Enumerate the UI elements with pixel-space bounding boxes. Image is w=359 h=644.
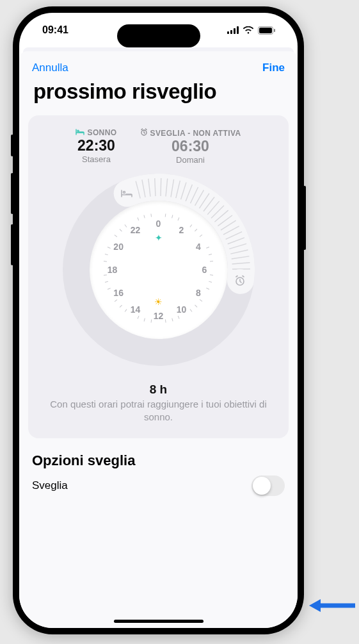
bedtime-sub: Stasera: [76, 154, 116, 164]
cancel-button[interactable]: Annulla: [32, 62, 68, 74]
side-button: [11, 135, 13, 156]
duration-block: 8 h Con questi orari potrai raggiungere …: [37, 383, 280, 423]
wake-handle[interactable]: [228, 269, 251, 292]
svg-rect-1: [230, 30, 232, 34]
hour-label: 10: [177, 304, 187, 315]
bedtime-label: SONNO: [87, 128, 116, 137]
status-time: 09:41: [42, 24, 68, 36]
alarm-icon: [140, 128, 148, 138]
sleep-dial[interactable]: 0246810121416182022✦☀: [63, 174, 255, 366]
volume-down-button: [11, 224, 13, 265]
wifi-icon: [243, 26, 254, 34]
duration-text: Con questi orari potrai raggiungere i tu…: [37, 397, 280, 423]
sun-icon: ☀: [154, 297, 163, 307]
screen: 09:41 Annulla Fine prossimo risveglio: [19, 13, 298, 628]
hour-label: 4: [196, 242, 201, 252]
hour-label: 6: [202, 265, 207, 275]
battery-icon: [258, 26, 276, 35]
wake-block: SVEGLIA - NON ATTIVA 06:30 Domani: [140, 128, 241, 165]
svg-marker-39: [309, 599, 321, 612]
hour-label: 0: [156, 219, 161, 229]
options-title: Opzioni sveglia: [19, 438, 298, 473]
volume-up-button: [11, 173, 13, 214]
wake-label: SVEGLIA - NON ATTIVA: [150, 129, 241, 138]
stars-icon: ✦: [155, 233, 163, 243]
svg-rect-3: [237, 26, 239, 34]
dynamic-island: [117, 24, 200, 47]
alarm-toggle[interactable]: [251, 475, 285, 496]
svg-rect-0: [227, 31, 229, 34]
schedule-card: SONNO 22:30 Stasera SVEGLIA - NON ATTIVA…: [28, 115, 289, 438]
svg-rect-5: [259, 28, 272, 33]
hour-label: 20: [113, 242, 124, 252]
wake-sub: Domani: [140, 155, 241, 165]
hour-label: 18: [108, 265, 118, 275]
sheet: Annulla Fine prossimo risveglio SONNO 22…: [19, 51, 298, 628]
hour-label: 12: [154, 311, 164, 321]
hour-label: 22: [131, 225, 141, 235]
home-indicator[interactable]: [114, 620, 203, 623]
phone-frame: 09:41 Annulla Fine prossimo risveglio: [13, 6, 304, 634]
bedtime-handle[interactable]: [115, 182, 138, 205]
bedtime-value: 22:30: [76, 137, 116, 154]
power-button: [303, 186, 306, 250]
alarm-toggle-row: Sveglia: [19, 473, 298, 496]
bed-icon: [76, 128, 84, 137]
hour-label: 8: [196, 288, 201, 298]
wake-value: 06:30: [140, 138, 241, 155]
duration-value: 8 h: [37, 383, 280, 397]
hour-label: 16: [113, 288, 124, 298]
done-button[interactable]: Fine: [262, 62, 285, 74]
hour-label: 2: [179, 225, 184, 235]
page-title: prossimo risveglio: [19, 79, 298, 115]
annotation-arrow: [309, 596, 355, 618]
hour-label: 14: [131, 304, 141, 315]
svg-rect-6: [274, 29, 275, 32]
bedtime-block: SONNO 22:30 Stasera: [76, 128, 116, 165]
svg-rect-2: [234, 28, 235, 34]
alarm-toggle-label: Sveglia: [32, 479, 68, 492]
cellular-signal-icon: [227, 26, 239, 34]
